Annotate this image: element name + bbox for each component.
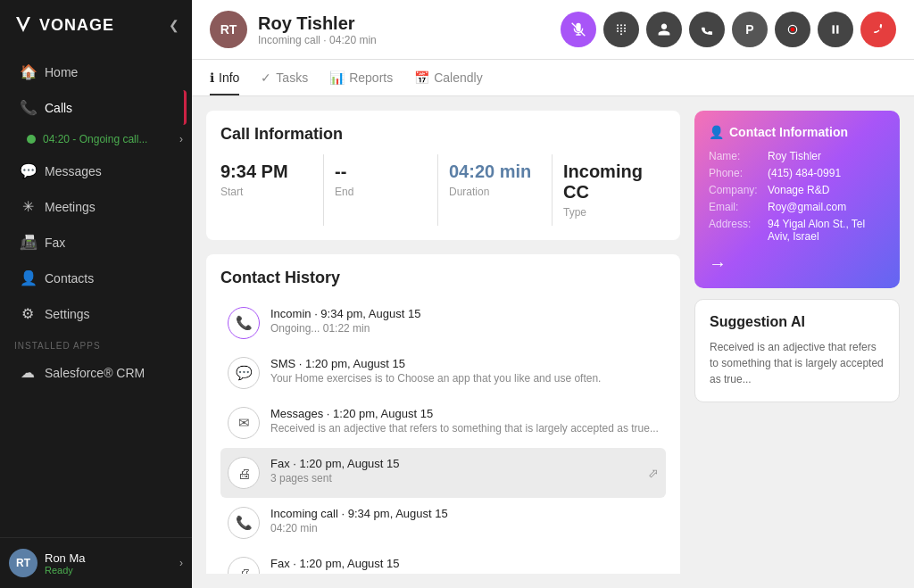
call-duration-value: 04:20 min	[449, 161, 541, 182]
sidebar-item-contacts-label: Contacts	[45, 271, 94, 286]
history-icon-5: 📞	[228, 507, 260, 539]
svg-point-9	[620, 30, 622, 32]
sidebar-item-messages[interactable]: 💬 Messages	[5, 153, 187, 188]
history-item-5[interactable]: 📞 Incoming call · 9:34 pm, August 15 04:…	[220, 498, 666, 548]
sidebar-header: VONAGE ❮	[0, 0, 192, 50]
contact-icon	[657, 22, 671, 37]
contact-address-label: Address:	[709, 218, 762, 243]
history-action-4[interactable]: ⬀	[648, 466, 659, 480]
history-item-2[interactable]: 💬 SMS · 1:20 pm, August 15 Your Home exe…	[220, 348, 666, 398]
svg-point-7	[624, 28, 626, 29]
info-tab-label: Info	[219, 70, 239, 85]
contact-company-row: Company: Vonage R&D	[709, 184, 885, 196]
history-content-1: Incomin · 9:34 pm, August 15 Ongoing... …	[270, 307, 659, 335]
sidebar-item-calls-label: Calls	[45, 101, 72, 115]
meetings-icon: ✳	[20, 198, 36, 215]
salesforce-icon: ☁	[20, 364, 36, 381]
suggestion-ai-card: Suggestion AI Received is an adjective t…	[694, 299, 900, 402]
call-type-cell: Incoming CC Type	[553, 154, 666, 226]
home-icon: 🏠	[20, 63, 36, 80]
calls-icon: 📞	[20, 99, 36, 116]
suggestion-ai-title: Suggestion AI	[710, 314, 885, 330]
call-end-label: End	[335, 186, 427, 198]
history-desc-6: 1 pages received	[270, 572, 659, 574]
caller-info: RT Roy Tishler Incoming call · 04:20 min	[210, 11, 377, 48]
end-call-icon	[871, 22, 885, 37]
record-icon	[786, 23, 799, 36]
sidebar-item-calls[interactable]: 📞 Calls	[5, 90, 187, 125]
footer-chevron-icon: ›	[179, 557, 183, 569]
svg-point-6	[620, 28, 622, 29]
caller-initials: RT	[220, 22, 237, 37]
transfer-button[interactable]	[689, 12, 725, 47]
sidebar-item-salesforce-label: Salesforce® CRM	[45, 366, 145, 380]
hold-button[interactable]	[818, 12, 853, 47]
installed-apps-section-label: INSTALLED APPS	[0, 332, 192, 354]
call-information-card: Call Information 9:34 PM Start -- End 04…	[206, 111, 680, 240]
caller-avatar: RT	[210, 11, 247, 48]
contact-card-arrow[interactable]: →	[709, 253, 885, 274]
sidebar-item-meetings[interactable]: ✳ Meetings	[5, 189, 187, 224]
history-desc-2: Your Home exercises is to Choose an app …	[270, 372, 659, 385]
history-title-2: SMS · 1:20 pm, August 15	[270, 357, 659, 370]
history-desc-3: Received is an adjective that refers to …	[270, 422, 659, 435]
svg-rect-15	[836, 25, 838, 33]
tab-tasks[interactable]: ✓ Tasks	[261, 60, 308, 95]
tab-info[interactable]: ℹ Info	[210, 60, 239, 95]
call-type-label: Type	[563, 206, 655, 219]
history-content-4: Fax · 1:20 pm, August 15 3 pages sent	[270, 457, 637, 484]
user-status: Ready	[45, 565, 172, 576]
history-item-4[interactable]: 🖨 Fax · 1:20 pm, August 15 3 pages sent …	[220, 448, 666, 498]
mute-button[interactable]	[561, 12, 596, 47]
contact-phone-row: Phone: (415) 484-0991	[709, 167, 885, 179]
history-item-3[interactable]: ✉ Messages · 1:20 pm, August 15 Received…	[220, 398, 666, 448]
sidebar-item-fax[interactable]: 📠 Fax	[5, 225, 187, 260]
call-start-label: Start	[220, 186, 312, 198]
sidebar-item-salesforce[interactable]: ☁ Salesforce® CRM	[5, 355, 187, 390]
contacts-icon: 👤	[20, 269, 36, 286]
history-desc-5: 04:20 min	[270, 522, 659, 534]
sidebar-collapse-button[interactable]: ❮	[169, 18, 179, 32]
contact-company-value: Vonage R&D	[768, 184, 829, 196]
call-duration-label: Duration	[449, 186, 541, 198]
tab-reports[interactable]: 📊 Reports	[329, 60, 393, 95]
svg-point-2	[617, 24, 619, 26]
left-column: Call Information 9:34 PM Start -- End 04…	[206, 111, 680, 574]
tab-calendly[interactable]: 📅 Calendly	[414, 60, 482, 95]
contact-email-row: Email: Roy@gmail.com	[709, 201, 885, 213]
ongoing-dot	[27, 135, 36, 144]
history-title-1: Incomin · 9:34 pm, August 15	[270, 307, 659, 320]
ongoing-call-item[interactable]: 04:20 - Ongoing call... ›	[0, 126, 192, 153]
contact-card-title: Contact Information	[729, 125, 848, 139]
sidebar-footer[interactable]: RT Ron Ma Ready ›	[0, 537, 192, 588]
tasks-tab-icon: ✓	[261, 70, 271, 85]
end-call-button[interactable]	[860, 12, 896, 47]
sidebar-item-messages-label: Messages	[45, 164, 102, 178]
content-area: Call Information 9:34 PM Start -- End 04…	[192, 96, 914, 588]
sidebar-item-settings[interactable]: ⚙ Settings	[5, 296, 187, 331]
history-item-1[interactable]: 📞 Incomin · 9:34 pm, August 15 Ongoing..…	[220, 298, 666, 348]
main-content: RT Roy Tishler Incoming call · 04:20 min	[192, 0, 914, 588]
sidebar-navigation: 🏠 Home 📞 Calls 04:20 - Ongoing call... ›…	[0, 50, 192, 537]
sidebar-item-settings-label: Settings	[45, 307, 90, 321]
sidebar-item-meetings-label: Meetings	[45, 200, 96, 214]
history-title-5: Incoming call · 9:34 pm, August 15	[270, 507, 659, 520]
history-icon-3: ✉	[228, 407, 260, 439]
park-button[interactable]: P	[732, 12, 768, 47]
call-end-cell: -- End	[324, 154, 438, 226]
history-content-6: Fax · 1:20 pm, August 15 1 pages receive…	[270, 557, 659, 574]
fax-icon: 📠	[20, 234, 36, 251]
history-icon-1: 📞	[228, 307, 260, 339]
sidebar-item-home[interactable]: 🏠 Home	[5, 54, 187, 89]
vonage-logo: VONAGE	[12, 14, 114, 36]
history-icon-4: 🖨	[228, 457, 260, 489]
record-button[interactable]	[775, 12, 810, 47]
contact-button[interactable]	[646, 12, 682, 47]
history-item-6[interactable]: 🖨 Fax · 1:20 pm, August 15 1 pages recei…	[220, 548, 666, 574]
history-desc-4: 3 pages sent	[270, 472, 637, 484]
svg-point-5	[617, 28, 619, 29]
sidebar-item-contacts[interactable]: 👤 Contacts	[5, 261, 187, 295]
keypad-button[interactable]	[603, 12, 639, 47]
reports-tab-icon: 📊	[329, 70, 345, 85]
contact-phone-label: Phone:	[709, 167, 762, 179]
